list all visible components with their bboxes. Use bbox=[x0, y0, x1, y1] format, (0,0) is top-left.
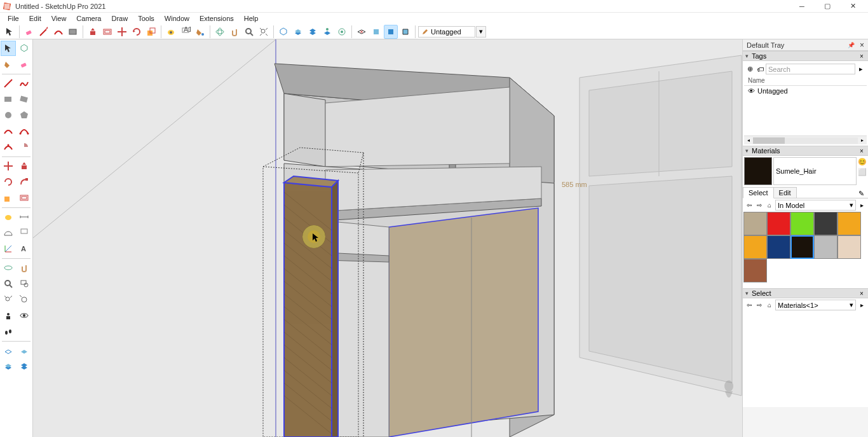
tags-search-input[interactable]: Search bbox=[766, 64, 855, 74]
pie-tool[interactable] bbox=[17, 139, 32, 155]
swatch-3[interactable] bbox=[814, 212, 837, 235]
rectangle-tool-lt[interactable] bbox=[1, 92, 16, 107]
line-tool[interactable] bbox=[37, 25, 51, 39]
menu-help[interactable]: Help bbox=[239, 13, 264, 24]
mat-back[interactable]: ⇦ bbox=[745, 201, 754, 210]
default-material-icon[interactable]: ⬜ bbox=[858, 167, 867, 176]
line-tool-lt[interactable] bbox=[1, 76, 16, 91]
scroll-left[interactable]: ◂ bbox=[744, 136, 753, 145]
menu-tools[interactable]: Tools bbox=[133, 13, 159, 24]
tags-column-header[interactable]: Name bbox=[744, 76, 867, 86]
create-material-icon[interactable]: 😊 bbox=[858, 157, 867, 166]
walk-tool[interactable] bbox=[1, 324, 16, 339]
select-library-combo[interactable]: Materials<1> ▾ bbox=[775, 300, 856, 310]
freehand-tool[interactable] bbox=[17, 76, 32, 91]
menu-file[interactable]: File bbox=[3, 13, 24, 24]
scroll-right[interactable]: ▸ bbox=[858, 136, 867, 145]
layer-tool-1[interactable] bbox=[1, 359, 16, 374]
section-display[interactable] bbox=[17, 343, 32, 358]
3dtext-tool[interactable]: A bbox=[17, 241, 32, 256]
followme-tool[interactable] bbox=[17, 174, 32, 190]
scale-tool[interactable] bbox=[144, 25, 158, 39]
tag-dropdown[interactable]: ▾ bbox=[476, 26, 486, 38]
arc-tool[interactable] bbox=[51, 25, 65, 39]
move-tool[interactable] bbox=[115, 25, 129, 39]
union-tool[interactable] bbox=[291, 25, 305, 39]
material-name-field[interactable]: Sumele_Hair bbox=[773, 157, 857, 185]
display-section-planes[interactable] bbox=[369, 25, 383, 39]
swatch-8[interactable] bbox=[814, 235, 837, 259]
swatch-10[interactable] bbox=[743, 259, 767, 282]
mat-home-icon[interactable]: ⌂ bbox=[765, 201, 774, 210]
offset-tool-lt[interactable] bbox=[17, 190, 32, 205]
position-camera[interactable] bbox=[1, 308, 16, 323]
materials-tab-select[interactable]: Select bbox=[743, 187, 774, 198]
layer-tool-2[interactable] bbox=[17, 359, 32, 374]
zoom-extents-tool[interactable] bbox=[257, 25, 271, 39]
select-close[interactable]: × bbox=[858, 290, 865, 297]
tag-item-untagged[interactable]: 👁 Untagged bbox=[744, 86, 867, 96]
materials-library-combo[interactable]: In Model ▾ bbox=[775, 200, 856, 211]
menu-camera[interactable]: Camera bbox=[71, 13, 106, 24]
circle-tool[interactable] bbox=[1, 108, 16, 123]
orbit-tool-lt[interactable] bbox=[1, 260, 16, 275]
tray-title-bar[interactable]: Default Tray 📌 × bbox=[743, 39, 868, 51]
2pt-arc-tool[interactable] bbox=[17, 123, 32, 139]
swatch-2[interactable] bbox=[790, 212, 814, 235]
scale-tool-lt[interactable] bbox=[1, 190, 16, 205]
tape-tool-lt[interactable] bbox=[1, 209, 16, 225]
minimize-button[interactable]: ─ bbox=[789, 0, 815, 13]
swatch-6[interactable] bbox=[767, 235, 790, 259]
materials-panel-header[interactable]: ▾ Materials × bbox=[743, 146, 868, 156]
text-tool[interactable]: A1 bbox=[179, 25, 193, 39]
menu-window[interactable]: Window bbox=[159, 13, 194, 24]
visibility-icon[interactable]: 👁 bbox=[748, 87, 755, 95]
swatch-9[interactable] bbox=[837, 235, 861, 259]
polygon-tool[interactable] bbox=[17, 108, 32, 123]
orbit-tool[interactable] bbox=[213, 25, 227, 39]
intersect-tool[interactable] bbox=[320, 25, 334, 39]
tags-panel-header[interactable]: ▾ Tags × bbox=[743, 51, 868, 61]
zoom-tool-lt[interactable] bbox=[1, 276, 16, 291]
section-plane-tool[interactable] bbox=[1, 343, 16, 358]
mat-forward[interactable]: ⇨ bbox=[755, 201, 764, 210]
paint-tool[interactable] bbox=[193, 25, 207, 39]
rotate-tool-lt[interactable] bbox=[1, 174, 16, 190]
tag-folder-icon[interactable]: 🏷 bbox=[756, 65, 764, 74]
outer-shell-tool[interactable] bbox=[276, 25, 290, 39]
pushpull-tool[interactable] bbox=[86, 25, 100, 39]
swatch-7[interactable] bbox=[790, 235, 814, 259]
zoom-window-tool[interactable] bbox=[17, 276, 32, 291]
select-panel-header[interactable]: ▾ Select × bbox=[743, 288, 868, 298]
offset-tool[interactable] bbox=[100, 25, 114, 39]
sel-forward[interactable]: ⇨ bbox=[755, 301, 764, 310]
trim-tool[interactable] bbox=[335, 25, 349, 39]
component-tool[interactable] bbox=[17, 41, 32, 56]
display-section-fill[interactable] bbox=[398, 25, 412, 39]
tape-tool[interactable] bbox=[164, 25, 178, 39]
swatch-4[interactable] bbox=[837, 212, 861, 235]
swatch-0[interactable] bbox=[743, 212, 767, 235]
menu-edit[interactable]: Edit bbox=[24, 13, 46, 24]
text-tool-lt[interactable] bbox=[17, 225, 32, 240]
rotated-rect-tool[interactable] bbox=[17, 92, 32, 107]
rectangle-tool[interactable] bbox=[66, 25, 80, 39]
add-tag-icon[interactable]: ⊕ bbox=[745, 65, 754, 74]
sample-paint-icon[interactable]: ✎ bbox=[857, 189, 865, 198]
3pt-arc-tool[interactable] bbox=[1, 139, 16, 155]
menu-extensions[interactable]: Extensions bbox=[194, 13, 239, 24]
dimension-tool[interactable] bbox=[17, 209, 32, 225]
tags-hscroll[interactable]: ◂ ▸ bbox=[744, 135, 867, 144]
display-section-cuts[interactable] bbox=[384, 25, 398, 39]
zoom-tool[interactable] bbox=[242, 25, 256, 39]
maximize-button[interactable]: ▢ bbox=[815, 0, 840, 13]
menu-draw[interactable]: Draw bbox=[106, 13, 133, 24]
pan-tool[interactable] bbox=[227, 25, 241, 39]
eraser-tool-lt[interactable] bbox=[17, 57, 32, 72]
select-tool-lt[interactable] bbox=[1, 41, 16, 56]
close-button[interactable]: ✕ bbox=[840, 0, 865, 13]
paint-bucket-tool[interactable] bbox=[1, 57, 16, 72]
tags-close[interactable]: × bbox=[858, 53, 865, 60]
arc-tool-lt[interactable] bbox=[1, 123, 16, 139]
axes-tool[interactable] bbox=[1, 241, 16, 256]
